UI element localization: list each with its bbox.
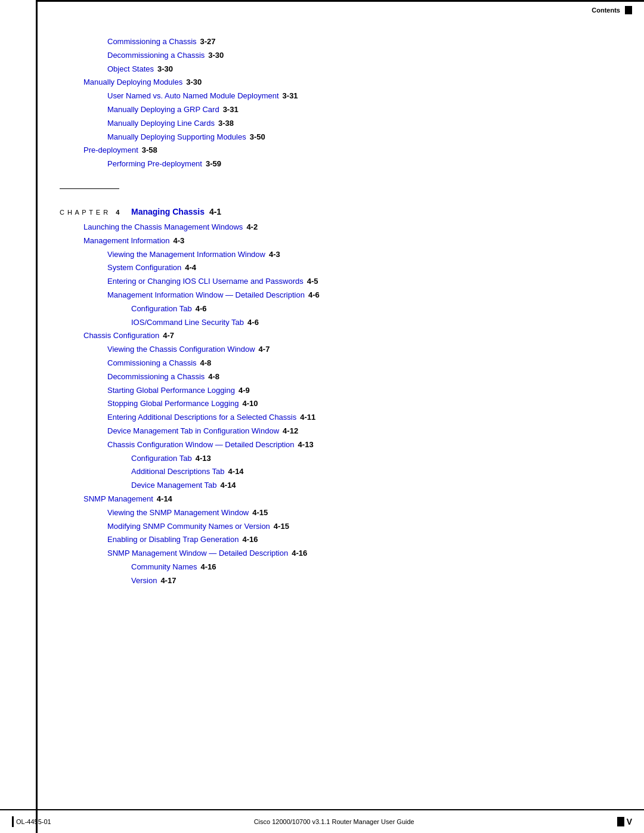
toc-page: 4-14	[228, 466, 244, 478]
list-item: Manually Deploying a GRP Card 3-31	[107, 104, 614, 116]
toc-page: 3-27	[200, 36, 216, 48]
toc-link[interactable]: Management Information Window — Detailed…	[107, 289, 305, 302]
footer-left-bar	[12, 816, 14, 827]
chapter-4-entries: Launching the Chassis Management Windows…	[60, 221, 614, 587]
toc-link[interactable]: Decommissioning a Chassis	[107, 371, 205, 383]
toc-page: 4-6	[308, 289, 320, 302]
toc-link[interactable]: Decommissioning a Chassis	[107, 49, 205, 62]
toc-link[interactable]: Configuration Tab	[131, 453, 192, 465]
toc-page: 4-2	[246, 221, 258, 234]
toc-link[interactable]: SNMP Management	[83, 493, 153, 506]
toc-page: 4-16	[201, 561, 216, 574]
footer-center-text: Cisco 12000/10700 v3.1.1 Router Manager …	[254, 818, 414, 825]
toc-link[interactable]: Management Information	[83, 235, 170, 247]
toc-link[interactable]: Commissioning a Chassis	[107, 36, 197, 48]
top-border	[36, 0, 644, 2]
toc-link[interactable]: Device Management Tab in Configuration W…	[107, 425, 279, 438]
list-item: Pre-deployment 3-58	[83, 144, 614, 157]
toc-page: 3-31	[223, 104, 239, 116]
list-item: Stopping Global Performance Logging 4-10	[107, 398, 614, 410]
list-item: Commissioning a Chassis 4-8	[107, 357, 614, 370]
page-header: Contents	[592, 6, 632, 14]
list-item: Management Information 4-3	[83, 235, 614, 247]
toc-page: 4-16	[242, 534, 258, 546]
toc-link[interactable]: Chassis Configuration Window — Detailed …	[107, 439, 295, 451]
toc-link[interactable]: Manually Deploying Line Cards	[107, 117, 215, 130]
toc-link[interactable]: Version	[131, 575, 157, 587]
left-bar	[36, 0, 38, 833]
toc-page: 4-7	[163, 330, 174, 342]
toc-link[interactable]: System Configuration	[107, 262, 181, 274]
list-item: IOS/Command Line Security Tab 4-6	[131, 317, 614, 329]
list-item: Chassis Configuration Window — Detailed …	[107, 439, 614, 451]
toc-page: 4-16	[292, 547, 307, 560]
toc-link[interactable]: Viewing the SNMP Management Window	[107, 507, 249, 519]
list-item: Device Management Tab 4-14	[131, 479, 614, 492]
list-item: Configuration Tab 4-13	[131, 453, 614, 465]
toc-link[interactable]: Commissioning a Chassis	[107, 357, 197, 370]
list-item: Performing Pre-deployment 3-59	[107, 158, 614, 171]
toc-link[interactable]: User Named vs. Auto Named Module Deploym…	[107, 90, 279, 103]
toc-link[interactable]: Entering or Changing IOS CLI Username an…	[107, 275, 304, 288]
toc-page: 4-13	[196, 453, 211, 465]
toc-link[interactable]: Entering Additional Descriptions for a S…	[107, 411, 296, 424]
list-item: Object States 3-30	[107, 63, 614, 76]
toc-page: 3-58	[142, 144, 157, 157]
list-item: Management Information Window — Detailed…	[107, 289, 614, 302]
toc-link[interactable]: Viewing the Management Information Windo…	[107, 249, 265, 261]
toc-page: 3-31	[283, 90, 298, 103]
toc-page: 4-15	[252, 507, 268, 519]
toc-link[interactable]: Manually Deploying Modules	[83, 76, 182, 89]
chapter-title[interactable]: Managing Chassis	[131, 207, 205, 216]
toc-page: 4-3	[269, 249, 280, 261]
list-item: Manually Deploying Modules 3-30	[83, 76, 614, 89]
toc-page: 4-6	[247, 317, 259, 329]
toc-link[interactable]: Object States	[107, 63, 154, 76]
toc-link[interactable]: Starting Global Performance Logging	[107, 385, 235, 397]
toc-link[interactable]: Performing Pre-deployment	[107, 158, 202, 171]
list-item: Modifying SNMP Community Names or Versio…	[107, 521, 614, 533]
toc-page: 3-38	[218, 117, 234, 130]
header-label: Contents	[592, 7, 620, 14]
footer-page-number: V	[627, 817, 632, 826]
list-item: Configuration Tab 4-6	[131, 303, 614, 315]
toc-link[interactable]: Viewing the Chassis Configuration Window	[107, 343, 255, 356]
toc-link[interactable]: Device Management Tab	[131, 479, 217, 492]
toc-link[interactable]: Chassis Configuration	[83, 330, 159, 342]
toc-page: 3-30	[186, 76, 202, 89]
toc-link[interactable]: Enabling or Disabling Trap Generation	[107, 534, 239, 546]
toc-page: 4-9	[239, 385, 250, 397]
toc-page: 4-17	[160, 575, 176, 587]
toc-link[interactable]: Pre-deployment	[83, 144, 138, 157]
toc-link[interactable]: IOS/Command Line Security Tab	[131, 317, 244, 329]
list-item: Starting Global Performance Logging 4-9	[107, 385, 614, 397]
list-item: Commissioning a Chassis 3-27	[107, 36, 614, 48]
toc-link[interactable]: Manually Deploying Supporting Modules	[107, 131, 246, 144]
list-item: Manually Deploying Line Cards 3-38	[107, 117, 614, 130]
list-item: Chassis Configuration 4-7	[83, 330, 614, 342]
list-item: Launching the Chassis Management Windows…	[83, 221, 614, 234]
toc-link[interactable]: Manually Deploying a GRP Card	[107, 104, 219, 116]
toc-link[interactable]: Configuration Tab	[131, 303, 192, 315]
footer-left-text: OL-4455-01	[16, 818, 51, 825]
chapter-label: C H A P T E R 4	[60, 209, 131, 216]
toc-page: 4-14	[157, 493, 172, 506]
list-item: Manually Deploying Supporting Modules 3-…	[107, 131, 614, 144]
list-item: Viewing the SNMP Management Window 4-15	[107, 507, 614, 519]
page-footer: OL-4455-01 Cisco 12000/10700 v3.1.1 Rout…	[0, 809, 644, 833]
toc-page: 3-59	[206, 158, 221, 171]
chapter-4-header: C H A P T E R 4 Managing Chassis 4-1	[60, 188, 614, 216]
list-item: Entering or Changing IOS CLI Username an…	[107, 275, 614, 288]
footer-right-box	[617, 817, 624, 826]
toc-link[interactable]: Community Names	[131, 561, 197, 574]
toc-page: 4-12	[283, 425, 298, 438]
toc-link[interactable]: Modifying SNMP Community Names or Versio…	[107, 521, 270, 533]
toc-link[interactable]: Additional Descriptions Tab	[131, 466, 225, 478]
toc-link[interactable]: Stopping Global Performance Logging	[107, 398, 239, 410]
toc-link[interactable]: Launching the Chassis Management Windows	[83, 221, 243, 234]
list-item: Viewing the Management Information Windo…	[107, 249, 614, 261]
list-item: SNMP Management Window — Detailed Descri…	[107, 547, 614, 560]
list-item: Decommissioning a Chassis 4-8	[107, 371, 614, 383]
toc-link[interactable]: SNMP Management Window — Detailed Descri…	[107, 547, 288, 560]
list-item: System Configuration 4-4	[107, 262, 614, 274]
